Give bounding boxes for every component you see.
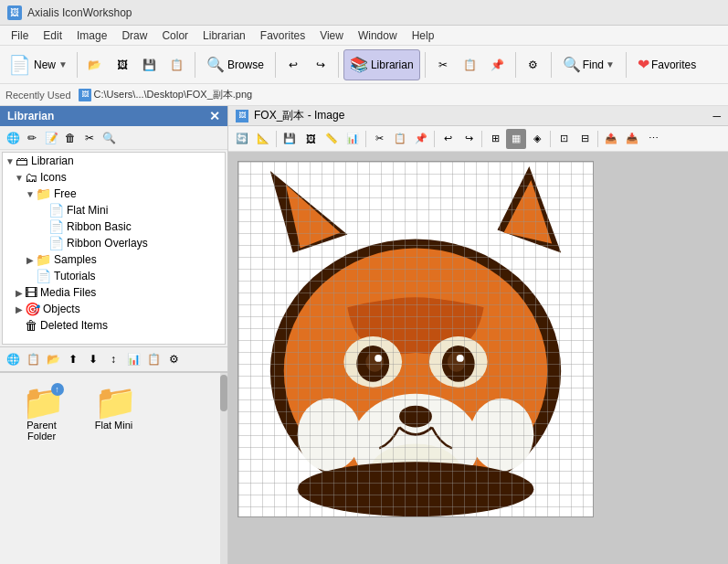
tool1-button[interactable]: ⚙ bbox=[521, 52, 546, 78]
scrollbar-thumb[interactable] bbox=[220, 375, 227, 411]
tree-item-objects[interactable]: ▶ 🎯 Objects bbox=[3, 301, 225, 317]
menu-draw[interactable]: Draw bbox=[114, 27, 154, 44]
tree-item-deleted[interactable]: 🗑 Deleted Items bbox=[3, 317, 225, 334]
img-tb-gridcolor[interactable]: ▦ bbox=[506, 129, 526, 149]
lib-add-btn[interactable]: ✏ bbox=[23, 129, 41, 147]
img-tb-zoom2[interactable]: ⊟ bbox=[575, 129, 595, 149]
librarian-scrollbar[interactable] bbox=[220, 373, 227, 564]
tree-toggle[interactable]: ▶ bbox=[14, 304, 25, 314]
img-tb-redo[interactable]: ↪ bbox=[459, 129, 479, 149]
tree-item-icons[interactable]: ▼ 🗂 Icons bbox=[3, 169, 225, 186]
lib-globe-btn[interactable]: 🌐 bbox=[4, 129, 22, 147]
img-tb-cut[interactable]: ✂ bbox=[369, 129, 389, 149]
find-dropdown-icon[interactable]: ▼ bbox=[606, 59, 615, 69]
tree-item-media[interactable]: ▶ 🎞 Media Files bbox=[3, 284, 225, 301]
file-item-parent[interactable]: 📁 ↑ Parent Folder bbox=[7, 380, 76, 446]
img-tb-copy[interactable]: 📋 bbox=[390, 129, 410, 149]
open2-button[interactable]: 🖼 bbox=[110, 52, 135, 78]
separator-1 bbox=[77, 52, 78, 78]
tree-item-librarian[interactable]: ▼ 🗃 Librarian bbox=[3, 153, 225, 169]
svg-point-12 bbox=[365, 352, 384, 372]
tree-item-flat-mini[interactable]: 📄 Flat Mini bbox=[3, 202, 225, 218]
saveall-button[interactable]: 📋 bbox=[164, 52, 190, 78]
menu-favorites[interactable]: Favorites bbox=[253, 27, 312, 44]
app-icon: 🖼 bbox=[7, 5, 22, 20]
tree-toggle[interactable]: ▼ bbox=[14, 173, 25, 183]
lib-action-btn4[interactable]: ⬆ bbox=[64, 350, 82, 368]
menu-view[interactable]: View bbox=[312, 27, 351, 44]
img-tb-btn4[interactable]: 🖼 bbox=[301, 129, 321, 149]
lib-action-btn1[interactable]: 🌐 bbox=[4, 350, 22, 368]
favorites-button[interactable]: ❤ Favorites bbox=[631, 49, 702, 80]
menu-librarian[interactable]: Librarian bbox=[195, 27, 253, 44]
tree-item-tutorials[interactable]: 📄 Tutorials bbox=[3, 268, 225, 284]
menu-color[interactable]: Color bbox=[154, 27, 195, 44]
lib-search-btn[interactable]: 🔍 bbox=[100, 129, 118, 147]
img-tb-btn2[interactable]: 📐 bbox=[253, 129, 273, 149]
img-tb-btn1[interactable]: 🔄 bbox=[232, 129, 252, 149]
lib-action-btn9[interactable]: ⚙ bbox=[164, 350, 183, 368]
lib-action-btn6[interactable]: ↕ bbox=[104, 350, 122, 368]
tree-item-ribbon-overlays[interactable]: 📄 Ribbon Overlays bbox=[3, 235, 225, 251]
new-dropdown-icon[interactable]: ▼ bbox=[58, 59, 68, 69]
lib-del-btn[interactable]: 🗑 bbox=[61, 129, 79, 147]
img-tb-undo[interactable]: ↩ bbox=[438, 129, 458, 149]
librarian-close-icon[interactable]: ✕ bbox=[209, 109, 220, 123]
separator-4 bbox=[338, 52, 339, 78]
lib-action-btn8[interactable]: 📋 bbox=[144, 350, 163, 368]
lib-action-btn5[interactable]: ⬇ bbox=[84, 350, 102, 368]
menu-image[interactable]: Image bbox=[69, 27, 114, 44]
cut-button[interactable]: ✂ bbox=[430, 52, 456, 78]
img-tb-btn3[interactable]: 💾 bbox=[280, 129, 300, 149]
redo-button[interactable]: ↪ bbox=[308, 52, 333, 78]
img-tb-smooth[interactable]: ◈ bbox=[527, 129, 547, 149]
app-title: Axialis IconWorkshop bbox=[27, 6, 132, 19]
tree-item-free[interactable]: ▼ 📁 Free bbox=[3, 186, 225, 202]
fox-image bbox=[238, 162, 593, 516]
tree-toggle[interactable]: ▼ bbox=[25, 189, 36, 199]
file-item-flatmini[interactable]: 📁 Flat Mini bbox=[79, 380, 148, 446]
image-title-bar: 🖼 FOX_副本 - Image ─ bbox=[228, 106, 728, 126]
lib-action-btn3[interactable]: 📂 bbox=[44, 350, 62, 368]
recent-path-text: C:\Users\...\Desktop\FOX_副本.png bbox=[94, 88, 253, 101]
img-tb-grid[interactable]: ⊞ bbox=[485, 129, 505, 149]
tree-label: Tutorials bbox=[54, 270, 96, 282]
find-label: Find bbox=[583, 59, 604, 71]
tree-toggle[interactable]: ▼ bbox=[5, 156, 16, 166]
file-scroll[interactable]: 📁 ↑ Parent Folder 📁 Flat Mini bbox=[0, 373, 227, 564]
new-button[interactable]: 📄 New ▼ bbox=[4, 49, 72, 80]
img-tb-more[interactable]: ⋯ bbox=[643, 129, 663, 149]
recent-path[interactable]: 🖼 C:\Users\...\Desktop\FOX_副本.png bbox=[79, 88, 253, 101]
img-tb-zoom1[interactable]: ⊡ bbox=[554, 129, 574, 149]
menu-file[interactable]: File bbox=[4, 27, 36, 44]
img-tb-import[interactable]: 📥 bbox=[622, 129, 642, 149]
browse-button[interactable]: 🔍 Browse bbox=[200, 49, 270, 80]
undo-button[interactable]: ↩ bbox=[280, 52, 306, 78]
menu-help[interactable]: Help bbox=[405, 27, 442, 44]
paste-button[interactable]: 📌 bbox=[485, 52, 511, 78]
tree-item-ribbon-basic[interactable]: 📄 Ribbon Basic bbox=[3, 218, 225, 235]
objects-icon: 🎯 bbox=[25, 302, 40, 316]
menu-window[interactable]: Window bbox=[351, 27, 405, 44]
img-tb-btn5[interactable]: 📏 bbox=[322, 129, 342, 149]
tree-item-samples[interactable]: ▶ 📁 Samples bbox=[3, 251, 225, 268]
lib-edit-btn[interactable]: 📝 bbox=[42, 129, 60, 147]
img-tb-paste[interactable]: 📌 bbox=[411, 129, 431, 149]
image-minimize-btn[interactable]: ─ bbox=[712, 110, 721, 122]
tree-toggle[interactable]: ▶ bbox=[25, 255, 36, 265]
open-button[interactable]: 📂 bbox=[82, 52, 108, 78]
lib-cut-btn[interactable]: ✂ bbox=[80, 129, 99, 147]
lib-action-btn7[interactable]: 📊 bbox=[124, 350, 142, 368]
tree-toggle[interactable]: ▶ bbox=[14, 288, 25, 298]
lib-action-btn2[interactable]: 📋 bbox=[24, 350, 42, 368]
find-button[interactable]: 🔍 Find ▼ bbox=[556, 49, 621, 80]
new-doc-icon: 📄 bbox=[8, 54, 31, 76]
copy-button[interactable]: 📋 bbox=[458, 52, 483, 78]
librarian-button[interactable]: 📚 Librarian bbox=[343, 49, 420, 80]
img-tb-export[interactable]: 📤 bbox=[601, 129, 621, 149]
title-bar: 🖼 Axialis IconWorkshop bbox=[0, 0, 728, 26]
img-tb-btn6[interactable]: 📊 bbox=[343, 129, 363, 149]
save-button[interactable]: 💾 bbox=[137, 52, 163, 78]
img-sep3 bbox=[434, 131, 435, 147]
menu-edit[interactable]: Edit bbox=[36, 27, 69, 44]
